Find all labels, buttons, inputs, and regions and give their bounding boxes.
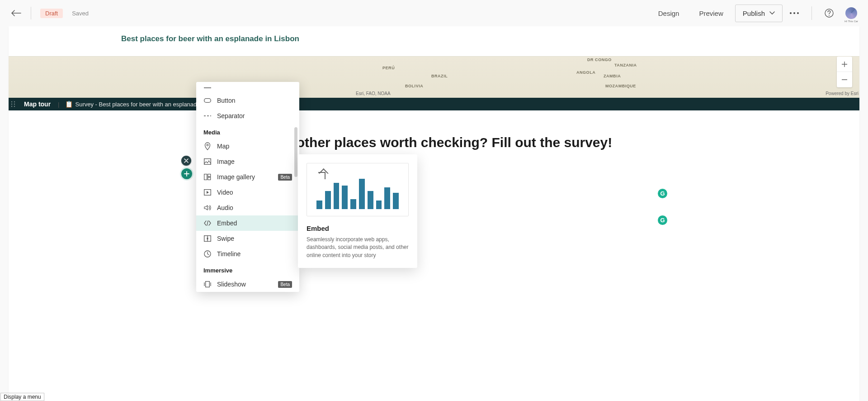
video-icon xyxy=(203,188,212,196)
map-label: Brazil xyxy=(431,74,448,78)
story-nav-bar[interactable]: Map tour | 📋 Survey - Best places for be… xyxy=(9,98,859,110)
svg-rect-24 xyxy=(206,282,210,287)
pin-icon xyxy=(203,142,212,150)
picker-item-partial[interactable] xyxy=(196,86,299,93)
picker-item-label: Embed xyxy=(217,220,237,227)
document-canvas: Best places for beer with an esplanade i… xyxy=(9,26,859,401)
toolbar-right-group: Design Preview Publish xyxy=(650,5,857,22)
picker-item-label: Video xyxy=(217,189,233,196)
scrollbar-thumb[interactable] xyxy=(294,127,297,177)
slideshow-icon xyxy=(203,280,212,288)
svg-point-8 xyxy=(14,104,15,105)
svg-rect-16 xyxy=(204,174,207,180)
chart-bar xyxy=(359,179,365,209)
picker-item-label: Separator xyxy=(217,112,245,119)
nav-section-title[interactable]: Map tour xyxy=(18,100,57,108)
avatar[interactable] xyxy=(845,7,857,19)
chart-bar xyxy=(393,193,399,209)
map-label: Zambia xyxy=(604,74,621,78)
embed-preview-description: Seamlessly incorporate web apps, dashboa… xyxy=(307,236,409,259)
help-button[interactable] xyxy=(821,5,837,21)
picker-item-image[interactable]: Image xyxy=(196,154,299,169)
picker-item-label: Swipe xyxy=(217,235,234,242)
audio-icon xyxy=(203,204,212,212)
chart-bar xyxy=(350,199,356,209)
grammarly-widget[interactable]: G xyxy=(658,189,667,198)
chart-bar xyxy=(384,187,390,209)
picker-category-immersive: Immersive xyxy=(196,262,299,277)
picker-item-image-gallery[interactable]: Image gallery Beta xyxy=(196,169,299,185)
preview-button[interactable]: Preview xyxy=(691,5,731,22)
picker-item-label: Timeline xyxy=(217,250,241,258)
svg-point-2 xyxy=(797,12,799,14)
status-menu-hint: Display a menu xyxy=(0,393,44,401)
drag-dots-icon xyxy=(11,101,15,107)
clipboard-emoji-icon: 📋 xyxy=(65,100,73,108)
svg-rect-12 xyxy=(204,99,211,103)
svg-rect-18 xyxy=(208,177,211,180)
publish-label: Publish xyxy=(743,10,765,17)
zoom-controls xyxy=(837,57,852,87)
divider xyxy=(811,6,812,20)
block-picker: Button Separator Media Map Image Image g… xyxy=(196,82,299,292)
arrow-left-icon xyxy=(11,10,21,17)
image-icon xyxy=(203,158,212,166)
picker-item-audio[interactable]: Audio xyxy=(196,200,299,215)
picker-item-timeline[interactable]: Timeline xyxy=(196,246,299,262)
chart-bar xyxy=(368,191,373,209)
picker-item-map[interactable]: Map xyxy=(196,138,299,154)
body-area: Know other places worth checking? Fill o… xyxy=(9,110,859,152)
publish-button[interactable]: Publish xyxy=(735,5,783,22)
map-label: DR Congo xyxy=(587,57,612,62)
more-button[interactable] xyxy=(786,5,802,21)
add-block-button[interactable] xyxy=(181,168,192,179)
drag-handle[interactable] xyxy=(9,98,18,110)
separator-icon xyxy=(203,112,212,120)
map-label: Mozambique xyxy=(605,84,636,88)
picker-item-embed[interactable]: Embed xyxy=(196,215,299,231)
chart-bar xyxy=(325,191,331,209)
chart-bar xyxy=(376,200,382,209)
svg-point-0 xyxy=(790,12,792,14)
picker-item-label: Image xyxy=(217,158,235,165)
map-label: Tanzania xyxy=(614,63,637,67)
picker-item-button[interactable]: Button xyxy=(196,93,299,108)
picker-item-label: Slideshow xyxy=(217,281,246,288)
design-button[interactable]: Design xyxy=(650,5,688,22)
zoom-in-button[interactable] xyxy=(837,57,852,72)
svg-point-6 xyxy=(14,101,15,102)
block-picker-scroll[interactable]: Button Separator Media Map Image Image g… xyxy=(196,82,299,292)
close-insert-button[interactable] xyxy=(181,156,191,166)
picker-item-swipe[interactable]: Swipe xyxy=(196,231,299,246)
grammarly-widget[interactable]: G xyxy=(658,215,667,225)
picker-item-video[interactable]: Video xyxy=(196,185,299,200)
nav-divider: | xyxy=(58,101,59,108)
picker-item-label: Audio xyxy=(217,204,233,211)
svg-point-7 xyxy=(11,104,12,105)
map-label: Angola xyxy=(576,70,595,75)
story-header: Best places for beer with an esplanade i… xyxy=(9,26,859,56)
help-icon xyxy=(825,9,834,18)
button-icon xyxy=(203,96,212,105)
svg-point-5 xyxy=(11,101,12,102)
svg-point-4 xyxy=(829,15,830,16)
draft-badge: Draft xyxy=(40,9,63,18)
zoom-out-button[interactable] xyxy=(837,72,852,87)
back-button[interactable] xyxy=(11,8,22,19)
gallery-icon xyxy=(203,173,212,181)
map-region[interactable]: Perú Brazil Bolivia DR Congo Angola Zamb… xyxy=(9,56,859,98)
picker-item-slideshow[interactable]: Slideshow Beta xyxy=(196,277,299,292)
insert-controls xyxy=(181,156,192,179)
map-label: Perú xyxy=(382,66,395,70)
swipe-icon xyxy=(203,234,212,243)
map-attribution: Esri, FAO, NOAA xyxy=(356,91,391,96)
map-powered-by: Powered by Esri xyxy=(826,91,859,96)
toolbar-left-group: Draft Saved xyxy=(11,7,89,19)
heading-2[interactable]: Know other places worth checking? Fill o… xyxy=(9,133,859,152)
ellipsis-icon xyxy=(790,12,799,14)
chart-bar xyxy=(316,200,322,209)
story-title[interactable]: Best places for beer with an esplanade i… xyxy=(121,34,859,43)
map-label: Bolivia xyxy=(405,84,423,88)
saved-status: Saved xyxy=(72,10,89,17)
picker-item-separator[interactable]: Separator xyxy=(196,108,299,124)
